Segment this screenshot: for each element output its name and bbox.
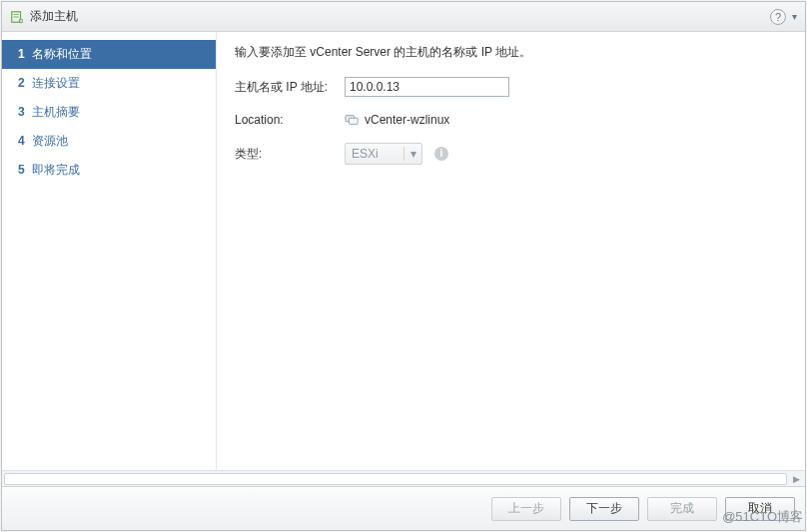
help-icon[interactable]: ? (770, 9, 786, 25)
step-label: 主机摘要 (32, 105, 80, 119)
vcenter-icon (345, 113, 359, 127)
host-input[interactable] (345, 77, 509, 97)
wizard-content: 输入要添加至 vCenter Server 的主机的名称或 IP 地址。 主机名… (217, 32, 805, 470)
location-row: Location: vCenter-wzlinux (235, 113, 787, 127)
scrollbar-thumb[interactable] (4, 473, 787, 485)
location-label: Location: (235, 113, 345, 127)
wizard-sidebar: 1 名称和位置 2 连接设置 3 主机摘要 4 资源池 5 即将完成 (2, 32, 217, 470)
back-button[interactable]: 上一步 (491, 497, 561, 521)
step-connection-settings[interactable]: 2 连接设置 (2, 69, 216, 98)
next-button[interactable]: 下一步 (569, 497, 639, 521)
horizontal-scrollbar[interactable]: ▶ (2, 470, 805, 486)
dialog-body: 1 名称和位置 2 连接设置 3 主机摘要 4 资源池 5 即将完成 输入要添加… (2, 32, 805, 470)
host-row: 主机名或 IP 地址: (235, 77, 787, 97)
step-ready-complete[interactable]: 5 即将完成 (2, 156, 216, 185)
step-label: 名称和位置 (32, 47, 92, 61)
type-row: 类型: ESXi ▾ i (235, 143, 787, 165)
svg-rect-5 (349, 118, 358, 124)
type-label: 类型: (235, 146, 345, 163)
dialog-title: 添加主机 (30, 8, 770, 25)
intro-text: 输入要添加至 vCenter Server 的主机的名称或 IP 地址。 (235, 44, 787, 61)
step-resource-pool[interactable]: 4 资源池 (2, 127, 216, 156)
add-host-dialog: 添加主机 ? ▾ 1 名称和位置 2 连接设置 3 主机摘要 4 资源池 5 (1, 1, 806, 531)
step-name-location[interactable]: 1 名称和位置 (2, 40, 216, 69)
titlebar: 添加主机 ? ▾ (2, 2, 805, 32)
step-label: 连接设置 (32, 76, 80, 90)
host-icon (10, 10, 24, 24)
finish-button[interactable]: 完成 (647, 497, 717, 521)
step-host-summary[interactable]: 3 主机摘要 (2, 98, 216, 127)
chevron-down-icon: ▾ (404, 147, 421, 161)
step-label: 资源池 (32, 134, 68, 148)
info-icon[interactable]: i (434, 147, 448, 161)
cancel-button[interactable]: 取消 (725, 497, 795, 521)
location-value: vCenter-wzlinux (365, 113, 449, 127)
step-label: 即将完成 (32, 163, 80, 177)
chevron-down-icon[interactable]: ▾ (792, 11, 797, 22)
footer: 上一步 下一步 完成 取消 (2, 486, 805, 530)
type-select[interactable]: ESXi ▾ (345, 143, 422, 165)
host-label: 主机名或 IP 地址: (235, 79, 345, 96)
type-value: ESXi (346, 147, 404, 161)
scroll-right-icon[interactable]: ▶ (789, 471, 803, 487)
